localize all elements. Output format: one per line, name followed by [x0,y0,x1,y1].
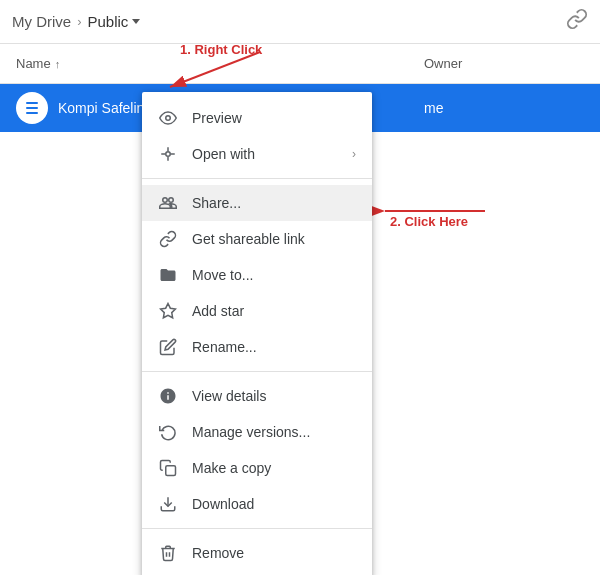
header: My Drive › Public [0,0,600,44]
svg-point-0 [166,116,171,121]
context-menu: Preview Open with › Share... Get [142,92,372,575]
menu-item-move-to[interactable]: Move to... [142,257,372,293]
divider-3 [142,528,372,529]
manage-versions-label: Manage versions... [192,424,356,440]
remove-label: Remove [192,545,356,561]
divider-2 [142,371,372,372]
owner-column-header: Owner [424,56,584,71]
file-icon [16,92,48,124]
download-icon [158,494,178,514]
annotation-step2: 2. Click Here [370,196,490,230]
folder-icon [158,265,178,285]
menu-item-open-with[interactable]: Open with › [142,136,372,172]
svg-marker-2 [161,304,176,318]
info-icon [158,386,178,406]
sort-icon: ↑ [55,58,61,70]
menu-item-manage-versions[interactable]: Manage versions... [142,414,372,450]
share-icon [158,193,178,213]
svg-point-1 [166,152,171,157]
menu-item-share[interactable]: Share... [142,185,372,221]
svg-rect-3 [166,466,176,476]
menu-item-rename[interactable]: Rename... [142,329,372,365]
open-with-arrow: › [352,147,356,161]
menu-item-remove[interactable]: Remove [142,535,372,571]
mydrive-link[interactable]: My Drive [12,13,71,30]
link-icon [158,229,178,249]
header-link-icon[interactable] [566,8,588,35]
divider-1 [142,178,372,179]
rename-label: Rename... [192,339,356,355]
download-label: Download [192,496,356,512]
share-label: Share... [192,195,356,211]
view-details-label: View details [192,388,356,404]
open-with-icon [158,144,178,164]
chevron-down-icon [132,19,140,24]
get-link-label: Get shareable link [192,231,356,247]
preview-label: Preview [192,110,356,126]
history-icon [158,422,178,442]
menu-item-download[interactable]: Download [142,486,372,522]
rename-icon [158,337,178,357]
eye-icon [158,108,178,128]
column-headers: Name ↑ Owner [0,44,600,84]
current-folder[interactable]: Public [88,13,141,30]
breadcrumb-separator: › [77,14,81,29]
menu-item-preview[interactable]: Preview [142,100,372,136]
menu-item-add-star[interactable]: Add star [142,293,372,329]
star-icon [158,301,178,321]
open-with-label: Open with [192,146,338,162]
move-to-label: Move to... [192,267,356,283]
add-star-label: Add star [192,303,356,319]
name-column-header[interactable]: Name ↑ [16,56,424,71]
breadcrumb: My Drive › Public [12,13,140,30]
copy-icon [158,458,178,478]
file-owner: me [424,100,584,116]
trash-icon [158,543,178,563]
menu-item-get-link[interactable]: Get shareable link [142,221,372,257]
make-copy-label: Make a copy [192,460,356,476]
menu-item-view-details[interactable]: View details [142,378,372,414]
menu-item-make-copy[interactable]: Make a copy [142,450,372,486]
svg-text:2. Click Here: 2. Click Here [390,214,468,229]
